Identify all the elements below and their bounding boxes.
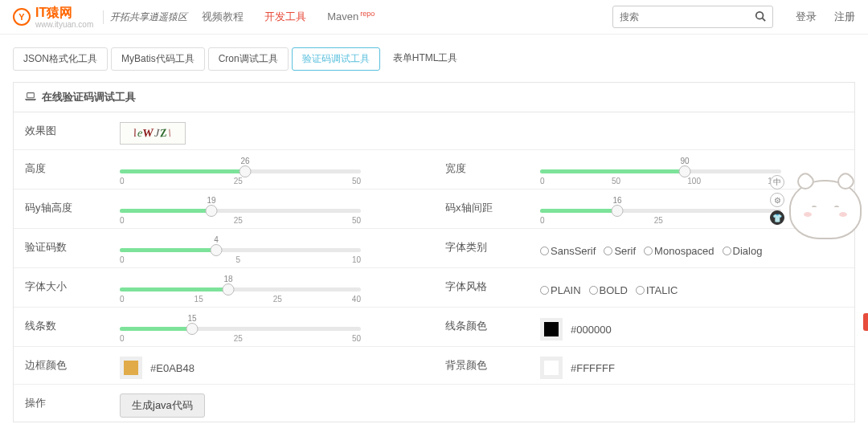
logo-icon: Y <box>13 8 31 26</box>
captcha-preview: leWJZ\ <box>120 122 186 145</box>
swatch-bgcolor[interactable] <box>540 357 563 379</box>
nav-devtools[interactable]: 开发工具 <box>264 10 306 24</box>
radio-monospaced[interactable]: Monospaced <box>644 245 714 257</box>
label-fontsize: 字体大小 <box>14 268 108 307</box>
brand-sub: www.ityuan.com <box>35 20 93 29</box>
tab-captcha[interactable]: 验证码调试工具 <box>292 47 380 71</box>
radio-bold[interactable]: BOLD <box>589 284 628 296</box>
tab-formhtml[interactable]: 表单HTML工具 <box>383 47 468 71</box>
slider-linecount[interactable]: 15 02550 <box>120 316 361 343</box>
register-link[interactable]: 注册 <box>834 10 855 24</box>
hex-linecolor: #000000 <box>571 324 612 336</box>
search-icon[interactable] <box>755 10 766 24</box>
slider-codex[interactable]: 16 02550 <box>540 198 781 225</box>
logo[interactable]: Y IT猿网 www.ityuan.com <box>13 5 93 29</box>
radio-sansserif[interactable]: SansSerif <box>540 245 596 257</box>
generate-button[interactable]: 生成java代码 <box>120 393 205 418</box>
radio-italic[interactable]: ITALIC <box>636 284 678 296</box>
label-bordercolor: 边框颜色 <box>14 347 108 384</box>
radio-serif[interactable]: Serif <box>604 245 636 257</box>
brand-name: IT猿网 <box>35 5 93 22</box>
hex-bgcolor: #FFFFFF <box>571 362 615 374</box>
label-linecount: 线条数 <box>14 308 108 346</box>
label-fontfamily: 字体类别 <box>434 229 529 267</box>
laptop-icon <box>25 92 36 104</box>
content: JSON格式化工具 MyBatis代码工具 Cron调试工具 验证码调试工具 表… <box>0 35 868 424</box>
label-width: 宽度 <box>434 150 529 189</box>
login-link[interactable]: 登录 <box>796 10 817 24</box>
svg-point-0 <box>756 11 764 18</box>
search-input[interactable] <box>620 11 755 22</box>
tab-cron[interactable]: Cron调试工具 <box>208 47 289 71</box>
radio-dialog[interactable]: Dialog <box>723 245 763 257</box>
tab-mybatis[interactable]: MyBatis代码工具 <box>111 47 205 71</box>
nav-maven[interactable]: Mavenrepo <box>327 10 375 24</box>
tool-tabs: JSON格式化工具 MyBatis代码工具 Cron调试工具 验证码调试工具 表… <box>13 47 855 71</box>
search-box[interactable] <box>612 6 773 28</box>
hex-bordercolor: #E0AB48 <box>150 362 194 374</box>
swatch-bordercolor[interactable] <box>120 357 142 379</box>
nav-video[interactable]: 视频教程 <box>202 10 244 24</box>
label-codex: 码x轴间距 <box>434 190 529 228</box>
slider-height[interactable]: 26 02550 <box>120 158 361 186</box>
radio-fontfamily: SansSerif Serif Monospaced Dialog <box>540 245 762 257</box>
svg-rect-2 <box>27 92 35 97</box>
slider-codecount[interactable]: 4 0510 <box>120 237 361 264</box>
label-bgcolor: 背景颜色 <box>434 347 529 384</box>
label-codecount: 验证码数 <box>14 229 108 267</box>
radio-plain[interactable]: PLAIN <box>540 284 581 296</box>
label-fontstyle: 字体风格 <box>434 268 529 307</box>
svg-line-1 <box>763 18 766 21</box>
panel-header: 在线验证码调试工具 <box>14 83 854 112</box>
slider-codey[interactable]: 19 02550 <box>120 198 361 225</box>
brand-slogan: 开拓共享逍遥猿区 <box>103 10 187 24</box>
side-tab[interactable] <box>863 313 868 331</box>
slider-width[interactable]: 90 050100150 <box>540 158 781 186</box>
topbar: Y IT猿网 www.ityuan.com 开拓共享逍遥猿区 视频教程 开发工具… <box>0 0 868 35</box>
panel-title: 在线验证码调试工具 <box>42 90 136 104</box>
label-height: 高度 <box>14 150 108 189</box>
label-linecolor: 线条颜色 <box>434 308 529 346</box>
label-action: 操作 <box>14 385 108 422</box>
panel: 在线验证码调试工具 效果图 leWJZ\ 高度 26 02550 <box>13 82 855 422</box>
main-nav: 视频教程 开发工具 Mavenrepo <box>202 10 375 24</box>
slider-fontsize[interactable]: 18 0152540 <box>120 276 361 304</box>
label-codey: 码y轴高度 <box>14 190 108 228</box>
label-preview: 效果图 <box>14 112 108 149</box>
swatch-linecolor[interactable] <box>540 318 563 340</box>
tab-json[interactable]: JSON格式化工具 <box>13 47 108 71</box>
auth-links: 登录 注册 <box>796 10 855 24</box>
radio-fontstyle: PLAIN BOLD ITALIC <box>540 284 678 296</box>
